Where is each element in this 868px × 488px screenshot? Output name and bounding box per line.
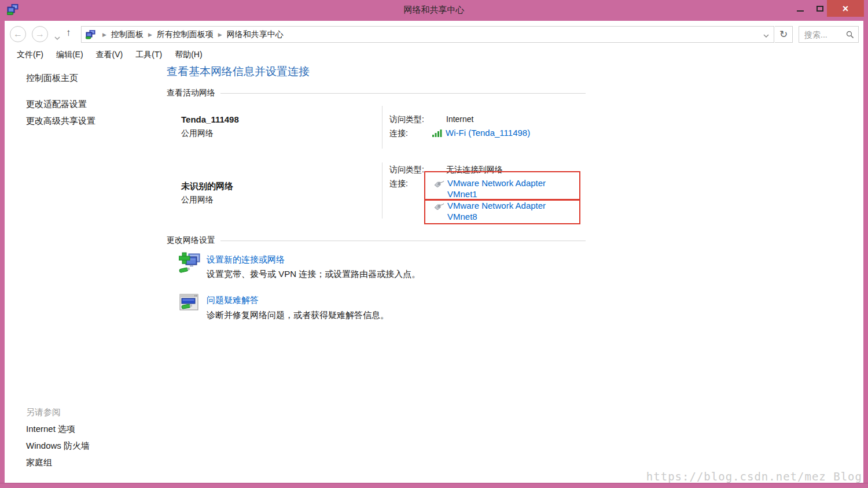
- watermark-url: https://blog.csdn.net/mez_Blog: [646, 470, 862, 483]
- network-sharing-center-window: 网络和共享中心 × ← → ↑ ▶ 控制面板 ▶ 所有控制面: [0, 0, 868, 488]
- network-divider: [382, 106, 382, 149]
- back-arrow-icon: ←: [13, 29, 23, 39]
- access-type-label: 访问类型:: [389, 165, 424, 175]
- troubleshoot-icon: [179, 293, 200, 316]
- section-change-network-settings: 更改网络设置: [167, 235, 586, 246]
- titlebar[interactable]: 网络和共享中心 ×: [0, 0, 868, 21]
- back-button[interactable]: ←: [10, 26, 26, 42]
- access-type-label: 访问类型:: [389, 114, 424, 125]
- sidebar-see-also-header: 另请参阅: [26, 407, 61, 418]
- up-button[interactable]: ↑: [66, 27, 71, 39]
- network-name: Tenda_111498: [181, 114, 239, 124]
- sidebar-item-windows-firewall[interactable]: Windows 防火墙: [26, 441, 90, 452]
- minimize-button[interactable]: [790, 0, 810, 17]
- troubleshoot-link[interactable]: 问题疑难解答: [207, 295, 259, 306]
- address-dropdown-button[interactable]: [759, 29, 774, 40]
- address-bar[interactable]: ▶ 控制面板 ▶ 所有控制面板项 ▶ 网络和共享中心: [81, 26, 774, 43]
- troubleshoot-desc: 诊断并修复网络问题，或者获得疑难解答信息。: [207, 310, 389, 321]
- location-network-icon: [86, 30, 95, 39]
- section-active-networks: 查看活动网络: [167, 88, 586, 98]
- menu-edit[interactable]: 编辑(E): [50, 47, 90, 62]
- breadcrumb-separator-icon: ▶: [214, 32, 227, 38]
- maximize-icon: [816, 6, 823, 12]
- menu-help[interactable]: 帮助(H): [168, 47, 208, 62]
- close-icon: ×: [843, 1, 849, 16]
- navigation-bar: ← → ↑ ▶ 控制面板 ▶ 所有控制面板项 ▶ 网络和共享中心: [5, 21, 863, 46]
- page-title: 查看基本网络信息并设置连接: [167, 64, 310, 79]
- sidebar-item-homegroup[interactable]: 家庭组: [26, 457, 52, 468]
- breadcrumb-all-items[interactable]: 所有控制面板项: [157, 29, 214, 40]
- wifi-connection-link[interactable]: Wi-Fi (Tenda_111498): [432, 127, 530, 139]
- connection-label: 连接:: [389, 128, 408, 139]
- refresh-icon: ↻: [779, 29, 788, 40]
- breadcrumb-control-panel[interactable]: 控制面板: [111, 29, 144, 40]
- menu-file[interactable]: 文件(F): [10, 47, 50, 62]
- minimize-icon: [797, 10, 804, 12]
- section-divider: [220, 241, 586, 241]
- search-input[interactable]: [799, 27, 845, 42]
- sidebar-item-internet-options[interactable]: Internet 选项: [26, 424, 75, 435]
- network-name: 未识别的网络: [181, 181, 233, 192]
- vmnet8-connection-label: VMware Network Adapter VMnet8: [447, 200, 566, 222]
- breadcrumb-separator-icon: ▶: [98, 32, 111, 38]
- refresh-button[interactable]: ↻: [775, 26, 793, 43]
- setup-new-connection-link[interactable]: 设置新的连接或网络: [207, 254, 285, 265]
- forward-arrow-icon: →: [35, 29, 45, 39]
- ethernet-adapter-icon: [433, 179, 444, 190]
- wifi-signal-icon: [432, 129, 443, 139]
- window-border: [0, 21, 5, 488]
- menu-tools[interactable]: 工具(T): [129, 47, 168, 62]
- up-arrow-icon: ↑: [66, 27, 71, 38]
- menu-view[interactable]: 查看(V): [90, 47, 130, 62]
- vmnet1-connection-link[interactable]: VMware Network Adapter VMnet1: [433, 178, 572, 199]
- breadcrumb-separator-icon: ▶: [144, 32, 157, 38]
- vmnet1-connection-label: VMware Network Adapter VMnet1: [447, 178, 566, 199]
- search-box: [799, 26, 859, 43]
- magnifier-icon[interactable]: [846, 31, 854, 41]
- history-dropdown-button[interactable]: [54, 32, 60, 42]
- setup-new-connection-desc: 设置宽带、拨号或 VPN 连接；或设置路由器或接入点。: [207, 269, 420, 280]
- close-button[interactable]: ×: [827, 0, 864, 17]
- section-divider: [220, 93, 586, 94]
- sidebar-item-control-panel-home[interactable]: 控制面板主页: [26, 73, 78, 84]
- window-border: [0, 483, 868, 488]
- access-type-value: Internet: [446, 114, 473, 124]
- breadcrumb-network-sharing-center[interactable]: 网络和共享中心: [227, 29, 284, 40]
- menu-bar: 文件(F) 编辑(E) 查看(V) 工具(T) 帮助(H): [5, 46, 863, 64]
- network-category: 公用网络: [181, 195, 214, 205]
- network-category: 公用网络: [181, 128, 214, 139]
- forward-button[interactable]: →: [32, 26, 48, 42]
- network-divider: [382, 162, 382, 219]
- ethernet-adapter-icon: [433, 202, 444, 212]
- sidebar-item-change-advanced-sharing[interactable]: 更改高级共享设置: [26, 116, 95, 127]
- section-change-network-settings-label: 更改网络设置: [167, 235, 215, 246]
- vmnet8-connection-link[interactable]: VMware Network Adapter VMnet8: [433, 200, 572, 222]
- section-active-networks-label: 查看活动网络: [167, 88, 215, 98]
- window-border: [863, 21, 868, 488]
- window-title: 网络和共享中心: [0, 0, 868, 21]
- wifi-connection-label: Wi-Fi (Tenda_111498): [446, 127, 530, 138]
- connection-label: 连接:: [389, 179, 408, 189]
- sidebar-item-change-adapter-settings[interactable]: 更改适配器设置: [26, 99, 87, 110]
- new-connection-icon: [179, 252, 202, 278]
